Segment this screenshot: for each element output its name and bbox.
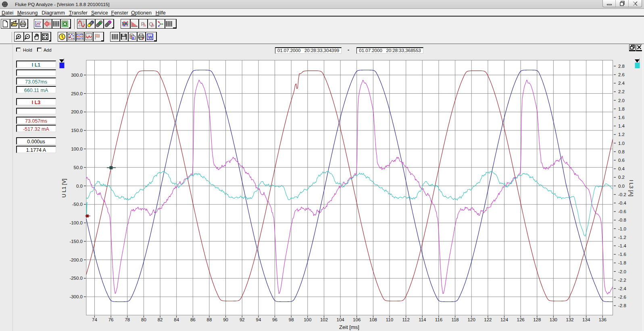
svg-text:100.0: 100.0 [71,147,83,151]
svg-text:-2.0: -2.0 [618,269,626,274]
svg-text:-2.6: -2.6 [618,295,626,300]
svg-text:100: 100 [304,317,311,322]
svg-text:-0.2: -0.2 [618,192,626,197]
svg-text:0.0: 0.0 [76,184,83,189]
svg-text:P: P [141,21,144,27]
svg-text:118: 118 [451,317,459,322]
svg-text:74: 74 [92,317,97,322]
svg-text:130: 130 [550,317,557,322]
svg-text:84: 84 [174,317,179,322]
svg-text:-2.8: -2.8 [618,303,626,308]
svg-text:80: 80 [141,317,146,322]
svg-text:0.6: 0.6 [618,158,625,163]
svg-text:110: 110 [386,317,393,322]
svg-text:98: 98 [289,317,294,322]
svg-text:88: 88 [207,317,212,322]
svg-text:82: 82 [158,317,163,322]
svg-text:90: 90 [223,317,228,322]
svg-text:92: 92 [240,317,245,322]
svg-text:94: 94 [256,317,261,322]
svg-text:1.2: 1.2 [618,132,625,137]
svg-text:136: 136 [599,317,606,322]
svg-text:300.0: 300.0 [71,73,83,78]
svg-text:0.4: 0.4 [618,166,625,171]
svg-text:2.0: 2.0 [618,98,625,103]
svg-text:-1.6: -1.6 [618,252,626,257]
svg-text:112: 112 [402,317,410,322]
svg-text:96: 96 [272,317,277,322]
svg-text:114: 114 [419,317,426,322]
svg-text:106: 106 [353,317,361,322]
svg-text:-250.0: -250.0 [69,276,83,281]
svg-text:0.0: 0.0 [618,184,625,189]
svg-text:2.8: 2.8 [618,64,625,69]
svg-text:132: 132 [566,317,574,322]
svg-text:-2.2: -2.2 [618,278,626,283]
svg-text:76: 76 [108,317,114,322]
svg-text:W: W [148,34,152,39]
svg-text:2.6: 2.6 [618,72,625,77]
svg-text:-0.8: -0.8 [618,218,626,222]
svg-text:-300.0: -300.0 [69,294,83,299]
svg-text:108: 108 [369,317,377,322]
svg-text:2.2: 2.2 [618,89,625,94]
svg-text:-50.0: -50.0 [72,202,83,207]
svg-text:-2.4: -2.4 [618,286,626,291]
svg-text:I L3 [A]: I L3 [A] [628,180,634,196]
svg-text:-100.0: -100.0 [69,220,83,225]
svg-text:Zeit [ms]: Zeit [ms] [339,324,359,330]
svg-text:2.4: 2.4 [618,81,625,86]
svg-text:200.0: 200.0 [71,109,83,114]
svg-text:116: 116 [435,317,442,322]
svg-text:1.6: 1.6 [618,115,625,120]
svg-text:-200.0: -200.0 [69,258,83,262]
svg-text:78: 78 [125,317,130,322]
svg-text:0.8: 0.8 [618,149,625,154]
svg-text:-1.4: -1.4 [618,243,626,248]
svg-text:50.0: 50.0 [74,165,83,170]
svg-text:Q: Q [149,21,154,27]
svg-text:86: 86 [190,317,196,322]
svg-text:126: 126 [517,317,525,322]
svg-text:250.0: 250.0 [71,91,83,96]
svg-text:1.4: 1.4 [618,124,625,128]
svg-text:U L1 [V]: U L1 [V] [61,179,67,198]
svg-text:128: 128 [533,317,541,322]
svg-text:-1.0: -1.0 [618,226,626,231]
svg-text:150.0: 150.0 [71,128,83,133]
svg-text:104: 104 [337,317,345,322]
svg-text:102: 102 [320,317,328,322]
svg-text:122: 122 [484,317,492,322]
svg-text:1.8: 1.8 [618,107,625,111]
svg-text:134: 134 [582,317,590,322]
svg-text:-0.4: -0.4 [618,201,626,205]
svg-text:-1.2: -1.2 [618,235,626,240]
svg-text:124: 124 [500,317,509,322]
svg-text:1.0: 1.0 [618,141,625,146]
svg-text:-0.6: -0.6 [618,209,626,214]
svg-text:-150.0: -150.0 [69,239,83,244]
svg-text:0.2: 0.2 [618,175,625,180]
svg-text:-1.8: -1.8 [618,260,626,265]
svg-text:120: 120 [468,317,475,322]
